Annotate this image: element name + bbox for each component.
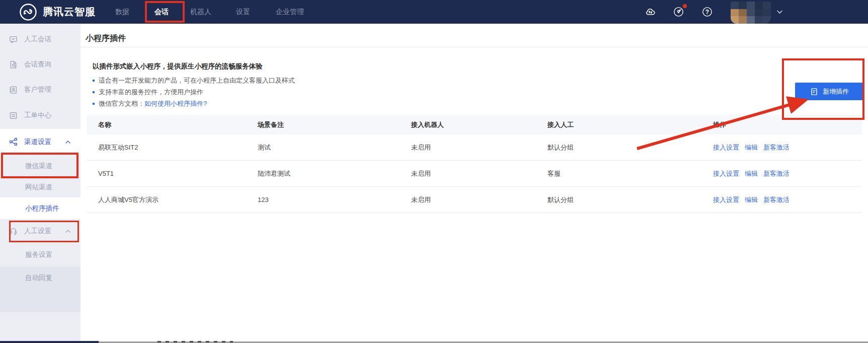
col-header-human: 接入人工 [536, 120, 702, 129]
cell-name: 人人商城V5官方演示 [87, 195, 247, 204]
chevron-up-icon [65, 141, 70, 144]
add-plugin-button-label: 新增插件 [823, 87, 849, 96]
sidebar-item-ticket-center[interactable]: 工单中心 [0, 103, 81, 128]
intro-heading: 以插件形式嵌入小程序，提供原生小程序的流畅服务体验 [93, 62, 263, 71]
edit-link[interactable]: 编辑 [745, 144, 758, 151]
nav-tab-robot[interactable]: 机器人 [190, 0, 211, 24]
cloud-sync-icon[interactable] [645, 6, 656, 18]
sidebar-item-label: 小程序插件 [25, 204, 59, 213]
share-nodes-icon [9, 138, 18, 146]
headset-icon [9, 227, 18, 235]
edit-link[interactable]: 编辑 [745, 196, 758, 203]
sidebar-item-customer-mgmt[interactable]: 客户管理 [0, 77, 81, 102]
sidebar-item-miniapp-plugin[interactable]: 小程序插件 [0, 197, 81, 219]
sidebar-item-session-query[interactable]: 会话查询 [0, 52, 81, 77]
plugin-table: 名称 场景备注 接入机器人 接入人工 操作 易联互动SIT2 测试 未启用 默认… [87, 115, 862, 213]
table-row: 易联互动SIT2 测试 未启用 默认分组 接入设置编辑新客激活 [87, 134, 862, 161]
nav-tab-settings[interactable]: 设置 [236, 0, 250, 24]
contacts-icon [9, 86, 18, 94]
cell-name: V5T1 [87, 170, 247, 177]
topbar: 腾讯云智服 数据 会话 机器人 设置 企业管理 ? [0, 0, 868, 24]
table-row: 人人商城V5官方演示 123 未启用 默认分组 接入设置编辑新客激活 [87, 187, 862, 213]
sidebar-item-label: 微信渠道 [25, 162, 52, 171]
bullet-marker [93, 103, 95, 105]
logo-icon [19, 3, 38, 22]
sidebar-item-auto-reply[interactable]: 自动回复 [0, 267, 81, 289]
sidebar-item-label: 自动回复 [25, 273, 52, 283]
cell-name: 易联互动SIT2 [87, 143, 247, 152]
access-settings-link[interactable]: 接入设置 [713, 144, 739, 151]
nav-tab-data[interactable]: 数据 [115, 0, 129, 24]
cell-robot: 未启用 [400, 143, 536, 152]
cell-robot: 未启用 [400, 195, 536, 204]
avatar[interactable] [731, 2, 771, 24]
intro-bullet: 支持丰富的服务控件，方便用户操作 [93, 88, 203, 97]
new-customer-activation-link[interactable]: 新客激活 [763, 196, 790, 203]
cell-ops: 接入设置编辑新客激活 [702, 143, 862, 152]
ticket-icon [9, 111, 18, 120]
main-content: 小程序插件 以插件形式嵌入小程序，提供原生小程序的流畅服务体验 适合有一定开发能… [81, 24, 868, 341]
sidebar-item-channel-settings[interactable]: 渠道设置 [0, 129, 81, 155]
access-settings-link[interactable]: 接入设置 [713, 170, 739, 177]
brand-title: 腾讯云智服 [43, 5, 96, 19]
clipped-footer-text-fragments [157, 341, 233, 342]
intro-bullet-doc: 微信官方文档： 如何使用小程序插件? [93, 99, 207, 108]
sidebar-item-label: 服务设置 [25, 250, 52, 259]
sidebar-item-service-settings[interactable]: 服务设置 [0, 243, 81, 267]
bullet-text: 支持丰富的服务控件，方便用户操作 [99, 88, 203, 97]
doc-plus-icon [810, 88, 818, 96]
col-header-name: 名称 [87, 120, 247, 129]
cell-ops: 接入设置编辑新客激活 [702, 169, 862, 178]
doc-label: 微信官方文档： [99, 99, 144, 108]
col-header-ops: 操作 [702, 120, 862, 129]
table-header-row: 名称 场景备注 接入机器人 接入人工 操作 [87, 115, 862, 134]
notification-badge [683, 4, 687, 8]
cell-scene: 测试 [247, 143, 400, 152]
sidebar-item-manual-settings[interactable]: 人工设置 [0, 219, 81, 243]
sidebar-item-label: 网站渠道 [25, 183, 52, 192]
new-customer-activation-link[interactable]: 新客激活 [763, 144, 790, 151]
cell-robot: 未启用 [400, 169, 536, 178]
nav-tab-session[interactable]: 会话 [154, 0, 169, 24]
sidebar-item-label: 会话查询 [24, 60, 51, 69]
doc-search-icon [9, 60, 18, 69]
svg-text:?: ? [705, 9, 709, 16]
bullet-text: 适合有一定开发能力的产品，可在小程序上自由定义客服入口及样式 [99, 76, 295, 85]
sidebar-item-label: 人工设置 [24, 227, 51, 236]
bullet-marker [93, 91, 95, 93]
cell-scene: 123 [247, 196, 400, 203]
new-customer-activation-link[interactable]: 新客激活 [763, 170, 790, 177]
chat-bubble-icon [9, 35, 18, 44]
sidebar-item-label: 工单中心 [24, 111, 51, 120]
sidebar-item-wechat-channel[interactable]: 微信渠道 [0, 156, 81, 177]
page-title: 小程序插件 [86, 33, 126, 44]
access-settings-link[interactable]: 接入设置 [713, 196, 739, 203]
chevron-down-icon[interactable] [776, 10, 783, 14]
nav-tab-enterprise[interactable]: 企业管理 [276, 0, 304, 24]
cell-ops: 接入设置编辑新客激活 [702, 195, 862, 204]
brand: 腾讯云智服 [19, 0, 96, 24]
table-row: V5T1 陆沛君测试 未启用 客服 接入设置编辑新客激活 [87, 161, 862, 187]
discover-icon[interactable] [673, 6, 684, 18]
sidebar-item-web-channel[interactable]: 网站渠道 [0, 177, 81, 198]
cell-scene: 陆沛君测试 [247, 169, 400, 178]
miniapp-plugin-doc-link[interactable]: 如何使用小程序插件? [144, 99, 207, 108]
sidebar-item-manual-session[interactable]: 人工会话 [0, 27, 81, 52]
title-divider [81, 47, 868, 47]
sidebar-item-label: 客户管理 [24, 85, 51, 94]
sidebar: 人工会话 会话查询 客户管理 工单中心 渠道设置 [0, 24, 81, 341]
intro-bullet: 适合有一定开发能力的产品，可在小程序上自由定义客服入口及样式 [93, 76, 295, 85]
help-icon[interactable]: ? [701, 6, 713, 18]
chevron-up-icon [65, 230, 70, 233]
bullet-marker [93, 80, 95, 82]
col-header-scene: 场景备注 [247, 120, 400, 129]
cell-human: 客服 [536, 169, 702, 178]
sidebar-item-label: 人工会话 [24, 35, 51, 44]
add-plugin-button[interactable]: 新增插件 [795, 83, 864, 100]
cell-human: 默认分组 [536, 195, 702, 204]
sidebar-item-label: 渠道设置 [24, 138, 51, 147]
clipped-footer-navy [0, 341, 99, 343]
col-header-robot: 接入机器人 [400, 120, 536, 129]
edit-link[interactable]: 编辑 [745, 170, 758, 177]
cell-human: 默认分组 [536, 143, 702, 152]
